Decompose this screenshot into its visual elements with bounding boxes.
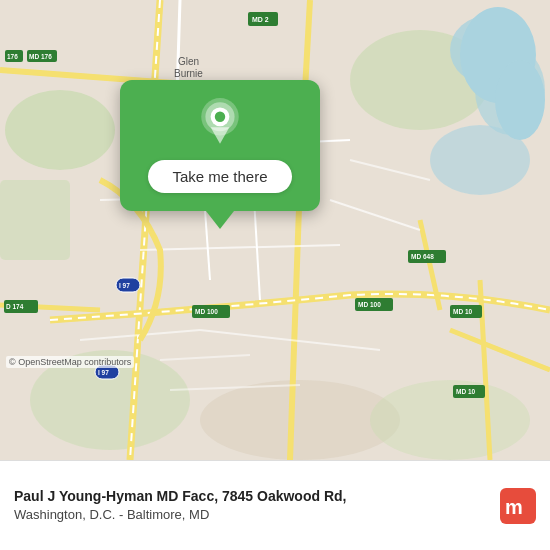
svg-rect-6 xyxy=(0,180,70,260)
svg-text:MD 100: MD 100 xyxy=(358,301,381,308)
location-pin-icon xyxy=(195,98,245,148)
popup-tail xyxy=(206,211,234,229)
moovit-logo-icon: m xyxy=(500,488,536,524)
svg-point-1 xyxy=(5,90,115,170)
location-title: Paul J Young-Hyman MD Facc, 7845 Oakwood… xyxy=(14,487,490,507)
svg-point-32 xyxy=(495,60,545,140)
location-subtitle: Washington, D.C. - Baltimore, MD xyxy=(14,506,490,524)
map-container: Glen Burnie MD 2 176 MD 176 I 97 I 97 MD… xyxy=(0,0,550,460)
svg-text:Glen: Glen xyxy=(178,56,199,67)
svg-text:MD 2: MD 2 xyxy=(252,16,269,23)
svg-text:D 174: D 174 xyxy=(6,303,24,310)
popup-box: Take me there xyxy=(120,80,320,211)
map-copyright: © OpenStreetMap contributors xyxy=(6,356,134,368)
svg-point-60 xyxy=(215,112,225,122)
moovit-logo: m xyxy=(500,488,536,524)
footer-text: Paul J Young-Hyman MD Facc, 7845 Oakwood… xyxy=(14,487,500,525)
svg-text:MD 648: MD 648 xyxy=(411,253,434,260)
svg-text:m: m xyxy=(505,496,523,518)
svg-point-9 xyxy=(370,380,530,460)
svg-text:MD 10: MD 10 xyxy=(453,308,473,315)
take-me-there-button[interactable]: Take me there xyxy=(148,160,291,193)
svg-text:MD 100: MD 100 xyxy=(195,308,218,315)
footer: Paul J Young-Hyman MD Facc, 7845 Oakwood… xyxy=(0,460,550,550)
svg-text:MD 176: MD 176 xyxy=(29,53,52,60)
svg-text:I 97: I 97 xyxy=(98,369,109,376)
svg-text:176: 176 xyxy=(7,53,18,60)
map-popup: Take me there xyxy=(120,80,320,229)
svg-text:I 97: I 97 xyxy=(119,282,130,289)
map-svg: Glen Burnie MD 2 176 MD 176 I 97 I 97 MD… xyxy=(0,0,550,460)
svg-text:Burnie: Burnie xyxy=(174,68,203,79)
svg-text:MD 10: MD 10 xyxy=(456,388,476,395)
svg-marker-61 xyxy=(211,127,230,144)
